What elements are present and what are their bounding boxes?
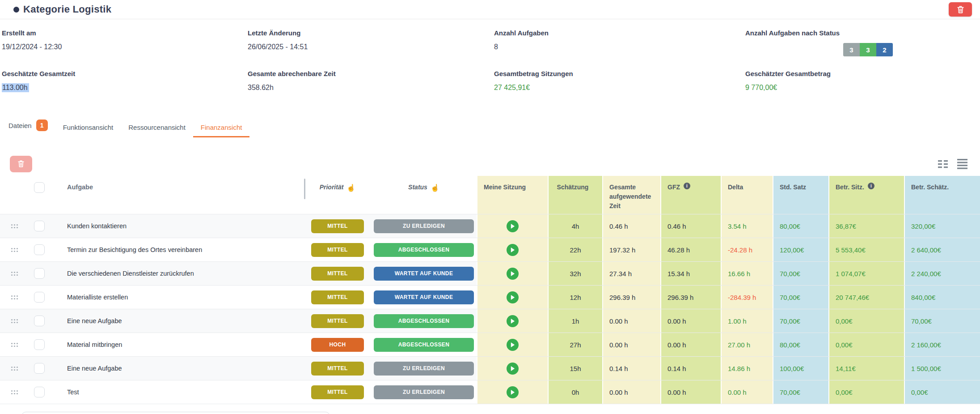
play-session-button[interactable]	[507, 291, 519, 303]
drag-handle[interactable]	[0, 380, 29, 404]
info-circle-icon[interactable]: i	[684, 183, 690, 189]
table-row: Termin zur Besichtigung des Ortes verein…	[0, 238, 980, 261]
drag-handle[interactable]	[0, 333, 29, 356]
play-session-button[interactable]	[507, 268, 519, 280]
status-cell: ABGESCHLOSSEN	[371, 238, 477, 261]
priority-badge[interactable]: MITTEL	[311, 219, 364, 233]
status-badge[interactable]: WARTET AUF KUNDE	[374, 267, 474, 281]
priority-cell: MITTEL	[304, 380, 371, 404]
priority-badge[interactable]: MITTEL	[311, 314, 364, 328]
task-name[interactable]: Material mitbringen	[50, 333, 304, 356]
drag-handle[interactable]	[0, 286, 29, 309]
header-checkbox-cell	[29, 176, 50, 214]
status-badge[interactable]: ABGESCHLOSSEN	[374, 338, 474, 352]
row-checkbox-cell	[29, 238, 50, 261]
status-count-badges: 3 3 2	[843, 43, 980, 56]
drag-handle[interactable]	[0, 214, 29, 238]
row-checkbox[interactable]	[34, 268, 45, 279]
priority-badge[interactable]: MITTEL	[311, 362, 364, 376]
column-header-priority[interactable]: Priorität ☝	[304, 176, 371, 214]
summary-value: 19/12/2024 - 12:30	[2, 43, 248, 51]
row-checkbox[interactable]	[34, 244, 45, 255]
status-badge[interactable]: ZU ERLEDIGEN	[374, 219, 474, 233]
total-time-value: 0.00 h	[602, 333, 660, 356]
tab-finanzansicht[interactable]: Finanzansicht	[193, 124, 250, 137]
task-name[interactable]: Eine neue Aufgabe	[50, 309, 304, 333]
row-checkbox[interactable]	[34, 292, 45, 303]
status-badge[interactable]: ABGESCHLOSSEN	[374, 243, 474, 257]
gfz-value: 0.00 h	[660, 333, 721, 356]
column-header-amount-estimate[interactable]: Betr. Schätz.	[904, 176, 980, 214]
play-session-button[interactable]	[507, 386, 519, 398]
priority-badge[interactable]: MITTEL	[311, 267, 364, 281]
play-session-button[interactable]	[507, 315, 519, 327]
column-label: Status	[408, 183, 427, 192]
play-session-button[interactable]	[507, 220, 519, 232]
summary-label: Gesamte abrechenbare Zeit	[248, 70, 494, 77]
column-header-rate[interactable]: Std. Satz	[773, 176, 828, 214]
board-view-icon[interactable]	[938, 160, 948, 168]
task-name[interactable]: Materialliste erstellen	[50, 286, 304, 309]
summary-value: 358.62h	[248, 84, 494, 92]
row-checkbox[interactable]	[34, 316, 45, 326]
task-name[interactable]: Kunden kontaktieren	[50, 214, 304, 238]
gfz-value: 0.00 h	[660, 309, 721, 333]
status-cell: ZU ERLEDIGEN	[371, 357, 477, 380]
status-badge[interactable]: ZU ERLEDIGEN	[374, 385, 474, 399]
column-header-gfz[interactable]: GFZ i	[660, 176, 721, 214]
row-checkbox[interactable]	[34, 339, 45, 350]
delta-value: -284.39 h	[721, 286, 773, 309]
list-view-icon[interactable]	[957, 159, 967, 169]
priority-badge[interactable]: MITTEL	[311, 385, 364, 399]
select-all-checkbox[interactable]	[34, 182, 45, 193]
drag-handle[interactable]	[0, 238, 29, 261]
column-header-status[interactable]: Status ☝	[371, 176, 477, 214]
info-circle-icon[interactable]: i	[868, 183, 874, 189]
task-name[interactable]: Test	[50, 380, 304, 404]
tab-dateien[interactable]: Dateien 1	[1, 120, 55, 137]
amount-session-value: 0,00€	[828, 380, 904, 404]
session-cell	[477, 214, 548, 238]
summary-value: 26/06/2025 - 14:51	[248, 43, 494, 51]
column-header-total-time[interactable]: Gesamte aufgewendete Zeit	[602, 176, 660, 214]
play-session-button[interactable]	[507, 363, 519, 375]
status-badge[interactable]: ZU ERLEDIGEN	[374, 362, 474, 376]
row-checkbox[interactable]	[34, 387, 45, 397]
status-badge[interactable]: WARTET AUF KUNDE	[374, 290, 474, 304]
column-header-task[interactable]: Aufgabe	[50, 176, 304, 214]
play-session-button[interactable]	[507, 244, 519, 256]
task-name[interactable]: Termin zur Besichtigung des Ortes verein…	[50, 238, 304, 261]
view-tabs: Dateien 1 Funktionsansicht Ressourcenans…	[0, 120, 980, 137]
delta-value: 1.00 h	[721, 309, 773, 333]
priority-badge[interactable]: HOCH	[311, 338, 364, 352]
row-checkbox[interactable]	[34, 221, 45, 231]
estimate-value: 32h	[548, 262, 602, 285]
column-header-session[interactable]: Meine Sitzung	[477, 176, 548, 214]
tab-funktionsansicht[interactable]: Funktionsansicht	[55, 124, 121, 137]
play-session-button[interactable]	[507, 339, 519, 351]
priority-badge[interactable]: MITTEL	[311, 243, 364, 257]
column-header-delta[interactable]: Delta	[721, 176, 773, 214]
column-header-amount-session[interactable]: Betr. Sitz. i	[828, 176, 904, 214]
rate-value: 70,00€	[773, 262, 828, 285]
tab-ressourcenansicht[interactable]: Ressourcenansicht	[121, 124, 193, 137]
category-color-dot	[13, 7, 19, 13]
estimate-value: 0h	[548, 380, 602, 404]
session-cell	[477, 380, 548, 404]
column-label: Schätzung	[557, 183, 589, 192]
task-name[interactable]: Die verschiedenen Dienstleister zurückru…	[50, 262, 304, 285]
add-task-input[interactable]	[21, 412, 330, 414]
table-row: Test MITTEL ZU ERLEDIGEN 0h 0.00 h 0.00 …	[0, 380, 980, 404]
drag-handle[interactable]	[0, 262, 29, 285]
drag-handle[interactable]	[0, 357, 29, 380]
drag-handle[interactable]	[0, 309, 29, 333]
delete-selected-tasks-button[interactable]	[10, 156, 32, 172]
task-name[interactable]: Eine neue Aufgabe	[50, 357, 304, 380]
priority-cell: HOCH	[304, 333, 371, 356]
priority-badge[interactable]: MITTEL	[311, 290, 364, 304]
status-badge[interactable]: ABGESCHLOSSEN	[374, 314, 474, 328]
column-header-estimate[interactable]: Schätzung	[548, 176, 602, 214]
row-checkbox[interactable]	[34, 363, 45, 374]
delete-category-button[interactable]	[949, 2, 972, 17]
amount-estimate-value: 2 160,00€	[904, 333, 980, 356]
